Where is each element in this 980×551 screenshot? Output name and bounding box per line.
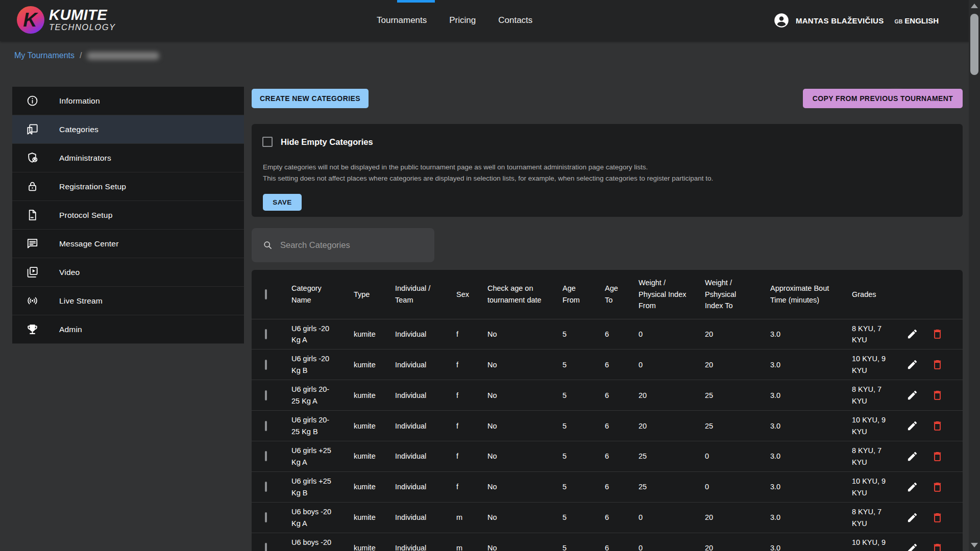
- edit-icon[interactable]: [906, 481, 918, 493]
- scrollbar-down-arrow-icon[interactable]: [971, 543, 978, 547]
- brand-subtitle: TECHNOLOGY: [49, 22, 116, 32]
- cell-age_to: 6: [597, 319, 630, 349]
- sidebar-item-registration-setup[interactable]: Registration Setup: [12, 172, 244, 201]
- cell-age_from: 5: [554, 411, 597, 441]
- delete-icon[interactable]: [932, 359, 943, 370]
- edit-icon[interactable]: [906, 420, 918, 432]
- cell-age_from: 5: [554, 472, 597, 503]
- sidebar-item-admin[interactable]: Admin: [12, 315, 244, 344]
- copy-from-previous-tournament-button[interactable]: COPY FROM PREVIOUS TOURNAMENT: [803, 89, 963, 108]
- cell-individual_team: Individual: [387, 349, 448, 380]
- sidebar-item-information[interactable]: Information: [12, 87, 244, 115]
- cell-individual_team: Individual: [387, 319, 448, 349]
- breadcrumb-my-tournaments-link[interactable]: My Tournaments: [14, 51, 75, 60]
- row-checkbox[interactable]: [265, 360, 267, 370]
- hide-empty-categories-checkbox[interactable]: [262, 137, 273, 147]
- row-checkbox[interactable]: [265, 512, 267, 522]
- cell-grades: 10 KYU, 9 KYU: [844, 349, 898, 380]
- column-header-weight-physical-index-from: Weight / Physical Index From: [630, 270, 697, 319]
- row-checkbox[interactable]: [265, 482, 267, 492]
- redacted-tournament-name: [87, 52, 159, 60]
- cell-weight_from: 0: [630, 503, 697, 533]
- nav-item-pricing[interactable]: Pricing: [449, 15, 476, 26]
- delete-icon[interactable]: [932, 389, 943, 401]
- scrollbar-up-arrow-icon[interactable]: [971, 4, 978, 8]
- video-icon: [26, 266, 39, 279]
- sidebar-item-label: Admin: [59, 325, 82, 334]
- row-checkbox[interactable]: [265, 390, 267, 400]
- row-checkbox[interactable]: [265, 421, 267, 431]
- delete-icon[interactable]: [932, 450, 943, 462]
- edit-icon[interactable]: [906, 450, 918, 462]
- cell-check_age: No: [479, 411, 554, 441]
- edit-icon[interactable]: [906, 389, 918, 401]
- cell-weight_from: 0: [630, 319, 697, 349]
- search-categories-box: [252, 228, 434, 262]
- search-categories-input[interactable]: [280, 240, 427, 250]
- delete-icon[interactable]: [932, 328, 943, 340]
- top-navigation: TournamentsPricingContacts: [377, 0, 532, 41]
- top-loading-indicator: [397, 0, 435, 3]
- row-checkbox[interactable]: [265, 451, 267, 461]
- create-new-categories-button[interactable]: CREATE NEW CATEGORIES: [252, 89, 369, 108]
- tournament-sidebar: InformationCategoriesAdministratorsRegis…: [12, 87, 244, 344]
- sidebar-item-label: Information: [59, 96, 100, 106]
- sidebar-item-protocol-setup[interactable]: Protocol Setup: [12, 201, 244, 230]
- hide-empty-description-line1: Empty categories will not be displayed i…: [263, 163, 648, 171]
- categories-table: Category NameTypeIndividual / TeamSexChe…: [252, 270, 963, 551]
- delete-icon[interactable]: [932, 542, 943, 551]
- cell-bout_time: 3.0: [762, 441, 844, 472]
- row-checkbox[interactable]: [265, 329, 267, 339]
- page-scrollbar[interactable]: [969, 0, 980, 551]
- cell-check_age: No: [479, 380, 554, 411]
- trophy-icon: [26, 323, 39, 336]
- row-checkbox[interactable]: [265, 543, 267, 551]
- sidebar-item-video[interactable]: Video: [12, 258, 244, 287]
- sidebar-item-message-center[interactable]: Message Center: [12, 230, 244, 258]
- lock-icon: [26, 180, 39, 193]
- edit-icon[interactable]: [906, 542, 918, 551]
- table-row: U6 boys -20 Kg AkumiteIndividualmNo56020…: [252, 503, 963, 533]
- delete-icon[interactable]: [932, 512, 943, 523]
- search-icon: [262, 240, 273, 251]
- delete-icon[interactable]: [932, 481, 943, 493]
- table-row: U6 girls 20-25 Kg AkumiteIndividualfNo56…: [252, 380, 963, 411]
- select-all-checkbox[interactable]: [265, 289, 267, 299]
- breadcrumb: My Tournaments /: [14, 51, 159, 60]
- cell-age_to: 6: [597, 411, 630, 441]
- cell-weight_to: 25: [697, 411, 762, 441]
- user-name: MANTAS BLAŽEVIČIUS: [796, 16, 884, 25]
- hide-empty-categories-panel: Hide Empty Categories Empty categories w…: [252, 124, 963, 217]
- cell-weight_from: 25: [630, 441, 697, 472]
- table-row: U6 boys -20 Kg BkumiteIndividualmNo56020…: [252, 533, 963, 551]
- table-body: U6 girls -20 Kg AkumiteIndividualfNo5602…: [252, 319, 963, 551]
- table-row: U6 girls +25 Kg BkumiteIndividualfNo5625…: [252, 472, 963, 503]
- cell-sex: f: [448, 380, 479, 411]
- sidebar-item-label: Message Center: [59, 239, 119, 248]
- sidebar-item-administrators[interactable]: Administrators: [12, 144, 244, 172]
- edit-icon[interactable]: [906, 328, 918, 340]
- cell-age_from: 5: [554, 380, 597, 411]
- cell-sex: m: [448, 503, 479, 533]
- scrollbar-thumb[interactable]: [970, 14, 978, 75]
- delete-icon[interactable]: [932, 420, 943, 432]
- nav-item-tournaments[interactable]: Tournaments: [377, 15, 427, 26]
- language-selector[interactable]: GB ENGLISH: [895, 16, 939, 25]
- message-icon: [26, 237, 39, 250]
- sidebar-item-label: Video: [59, 268, 80, 277]
- edit-icon[interactable]: [906, 359, 918, 370]
- user-menu[interactable]: MANTAS BLAŽEVIČIUS GB ENGLISH: [774, 0, 939, 41]
- nav-item-contacts[interactable]: Contacts: [498, 15, 532, 26]
- sidebar-item-live-stream[interactable]: Live Stream: [12, 287, 244, 315]
- sidebar-item-categories[interactable]: Categories: [12, 115, 244, 144]
- edit-icon[interactable]: [906, 512, 918, 523]
- kumite-logo[interactable]: K: [17, 6, 44, 34]
- live-icon: [26, 294, 39, 307]
- column-header-actions: [898, 270, 963, 319]
- cell-weight_to: 20: [697, 349, 762, 380]
- cell-weight_to: 0: [697, 472, 762, 503]
- language-code: GB: [895, 18, 903, 24]
- save-button[interactable]: SAVE: [263, 194, 302, 211]
- categories-icon: [26, 123, 39, 136]
- cell-grades: 8 KYU, 7 KYU: [844, 380, 898, 411]
